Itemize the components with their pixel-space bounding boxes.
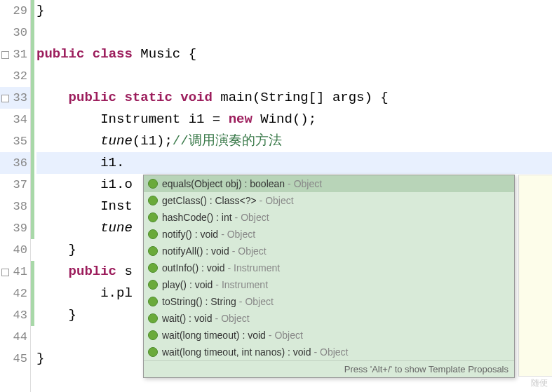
- autocomplete-signature: hashCode() : int: [162, 212, 232, 223]
- method-public-icon: [148, 229, 158, 239]
- method-public-icon: [148, 347, 158, 357]
- change-segment: [31, 43, 34, 239]
- autocomplete-signature: getClass() : Class<?>: [162, 195, 257, 206]
- autocomplete-item[interactable]: outInfo() : void - Instrument: [144, 259, 514, 276]
- code-line-current[interactable]: i1.: [36, 152, 552, 174]
- change-bar: [31, 0, 34, 392]
- autocomplete-origin: - Object: [269, 330, 303, 341]
- autocomplete-origin: - Instrument: [228, 262, 281, 273]
- autocomplete-popup[interactable]: equals(Object obj) : boolean - Objectget…: [143, 175, 515, 378]
- autocomplete-item[interactable]: play() : void - Instrument: [144, 276, 514, 293]
- autocomplete-item[interactable]: wait(long timeout, int nanos) : void - O…: [144, 344, 514, 360]
- code-line[interactable]: [36, 65, 552, 87]
- autocomplete-origin: - Object: [260, 195, 294, 206]
- code-line[interactable]: public class Music {: [36, 43, 552, 65]
- method-public-icon: [148, 330, 158, 340]
- gutter-line: 32: [0, 65, 30, 87]
- method-public-icon: [148, 280, 158, 290]
- gutter-line: 36: [0, 152, 30, 174]
- autocomplete-list[interactable]: equals(Object obj) : boolean - Objectget…: [144, 175, 514, 360]
- autocomplete-origin: - Object: [215, 313, 250, 324]
- gutter-line: 40: [0, 239, 30, 261]
- gutter-line: 38: [0, 196, 30, 217]
- method-public-icon: [148, 212, 158, 222]
- method-public-icon: [148, 196, 158, 205]
- autocomplete-origin: - Object: [239, 296, 274, 307]
- autocomplete-origin: - Object: [221, 229, 255, 240]
- gutter-line: 35: [0, 130, 30, 152]
- autocomplete-item[interactable]: notifyAll() : void - Object: [144, 243, 514, 259]
- gutter-line: 30: [0, 22, 30, 43]
- autocomplete-origin: - Instrument: [215, 279, 268, 290]
- autocomplete-item[interactable]: equals(Object obj) : boolean - Object: [144, 175, 514, 192]
- autocomplete-signature: equals(Object obj) : boolean: [162, 178, 285, 189]
- autocomplete-item[interactable]: toString() : String - Object: [144, 293, 514, 310]
- autocomplete-signature: wait(long timeout, int nanos) : void: [162, 346, 311, 358]
- gutter-line: 45: [0, 348, 30, 370]
- code-line[interactable]: [36, 22, 552, 43]
- gutter-line: 34: [0, 109, 30, 130]
- code-line[interactable]: Instrument i1 = new Wind();: [36, 109, 552, 130]
- doc-hint-panel: [518, 175, 552, 377]
- gutter-line: 44: [0, 326, 30, 348]
- method-public-icon: [148, 263, 158, 273]
- gutter-line: 43: [0, 304, 30, 326]
- method-public-icon: [148, 179, 158, 189]
- autocomplete-origin: - Object: [235, 212, 269, 223]
- autocomplete-origin: - Object: [288, 178, 322, 189]
- autocomplete-signature: wait(long timeout) : void: [162, 330, 266, 341]
- code-line[interactable]: public static void main(String[] args) {: [36, 87, 552, 109]
- line-gutter: 29 30 31 32 33 34 35 36 37 38 39 40 41 4…: [0, 0, 31, 392]
- autocomplete-signature: notifyAll() : void: [162, 245, 229, 257]
- change-segment: [31, 0, 34, 43]
- method-public-icon: [148, 313, 158, 323]
- gutter-line[interactable]: 33: [0, 87, 30, 109]
- autocomplete-signature: toString() : String: [162, 296, 236, 307]
- gutter-line: 42: [0, 283, 30, 304]
- autocomplete-signature: wait() : void: [162, 313, 213, 324]
- change-segment: [31, 261, 34, 326]
- method-public-icon: [148, 246, 158, 256]
- watermark: 随便: [531, 377, 548, 389]
- autocomplete-signature: outInfo() : void: [162, 262, 225, 273]
- autocomplete-footer: Press 'Alt+/' to show Template Proposals: [144, 360, 514, 377]
- gutter-line[interactable]: 31: [0, 43, 30, 65]
- autocomplete-item[interactable]: hashCode() : int - Object: [144, 209, 514, 226]
- code-line[interactable]: }: [36, 0, 552, 22]
- gutter-line: 29: [0, 0, 30, 22]
- autocomplete-origin: - Object: [314, 346, 348, 358]
- autocomplete-item[interactable]: getClass() : Class<?> - Object: [144, 192, 514, 209]
- autocomplete-item[interactable]: notify() : void - Object: [144, 226, 514, 243]
- code-line[interactable]: tune(i1);//调用演奏的方法: [36, 130, 552, 152]
- gutter-line[interactable]: 41: [0, 261, 30, 283]
- autocomplete-origin: - Object: [232, 245, 267, 257]
- autocomplete-item[interactable]: wait(long timeout) : void - Object: [144, 327, 514, 344]
- autocomplete-signature: play() : void: [162, 279, 213, 290]
- gutter-line: 37: [0, 174, 30, 196]
- autocomplete-signature: notify() : void: [162, 229, 218, 240]
- gutter-line: 39: [0, 217, 30, 239]
- autocomplete-item[interactable]: wait() : void - Object: [144, 310, 514, 327]
- method-public-icon: [148, 297, 158, 306]
